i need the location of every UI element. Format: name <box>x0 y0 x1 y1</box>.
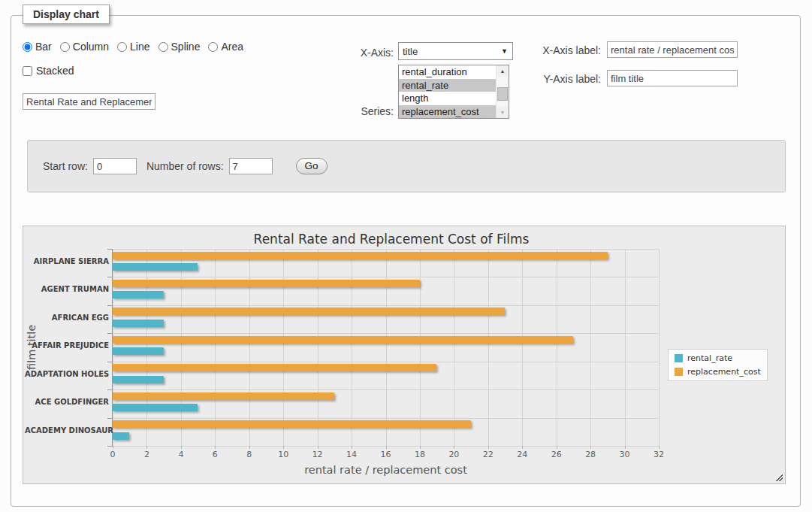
x-tick-label: 4 <box>170 450 192 459</box>
chart-type-option-line[interactable]: Line <box>117 41 149 53</box>
legend-label: replacement_cost <box>687 367 761 377</box>
chart-type-option-column[interactable]: Column <box>60 41 109 53</box>
x-axis-select[interactable]: title ▼ <box>398 42 513 60</box>
bar-replacement_cost <box>113 336 573 344</box>
gridline-vertical <box>590 249 591 446</box>
gridline-vertical <box>625 249 626 446</box>
chart-type-radios: BarColumnLineSplineArea <box>23 41 243 53</box>
bar-rental_rate <box>113 320 164 327</box>
bar-rental_rate <box>113 347 164 355</box>
listbox-scrollbar[interactable]: ▲ ▼ <box>496 65 509 118</box>
x-tick-label: 20 <box>442 450 465 459</box>
series-listbox-label: Series: <box>335 105 394 117</box>
legend-swatch-rental_rate <box>675 354 683 362</box>
gridline-vertical <box>181 249 182 446</box>
x-tick-mark <box>488 446 489 449</box>
gridline-horizontal <box>113 389 659 390</box>
x-axis-label-input[interactable] <box>607 41 738 58</box>
chart-type-radio-line[interactable] <box>117 42 127 52</box>
y-tick-mark <box>107 333 113 334</box>
x-tick-mark <box>625 446 626 449</box>
x-tick-label: 14 <box>340 450 363 459</box>
chart-type-radio-column[interactable] <box>60 42 70 52</box>
chart-legend: rental_ratereplacement_cost <box>668 349 768 381</box>
chart-title-input[interactable] <box>23 93 155 110</box>
x-tick-mark <box>590 446 591 449</box>
x-tick-mark <box>215 446 216 449</box>
start-row-input[interactable] <box>93 158 137 174</box>
x-axis-label-label: X-Axis label: <box>533 44 601 56</box>
bar-replacement_cost <box>113 364 436 371</box>
gridline-vertical <box>318 249 318 446</box>
scrollbar-thumb[interactable] <box>497 87 508 101</box>
x-tick-label: 16 <box>375 450 397 459</box>
x-axis-title: rental rate / replacement cost <box>113 464 659 476</box>
gridline-vertical <box>522 249 523 446</box>
x-tick-label: 18 <box>409 450 431 459</box>
y-tick-mark <box>107 446 113 447</box>
category-label: AFFAIR PREJUDICE <box>25 342 109 350</box>
gridline-horizontal <box>113 277 659 277</box>
x-axis-select-label: X-Axis: <box>335 47 394 59</box>
gridline-horizontal <box>113 249 659 250</box>
stacked-label: Stacked <box>36 65 74 77</box>
stacked-checkbox-input[interactable] <box>23 66 32 76</box>
y-tick-mark <box>107 249 113 250</box>
legend-item-rental_rate[interactable]: rental_rate <box>675 353 761 363</box>
chart-type-option-area[interactable]: Area <box>208 41 243 53</box>
y-tick-mark <box>107 277 113 277</box>
x-tick-mark <box>181 446 182 449</box>
series-option-rental_duration[interactable]: rental_duration <box>399 65 496 79</box>
series-option-rental_rate[interactable]: rental_rate <box>399 79 496 92</box>
x-tick-mark <box>659 446 660 449</box>
legend-item-replacement_cost[interactable]: replacement_cost <box>675 367 761 377</box>
bar-rental_rate <box>113 404 198 411</box>
chart-type-radio-spline[interactable] <box>158 42 168 52</box>
x-tick-mark <box>283 446 284 449</box>
category-label: AGENT TRUMAN <box>25 286 109 293</box>
series-option-length[interactable]: length <box>399 92 496 105</box>
gridline-horizontal <box>113 362 659 362</box>
x-tick-mark <box>249 446 250 449</box>
go-button[interactable]: Go <box>296 158 328 174</box>
gridline-vertical <box>420 249 421 446</box>
gridline-vertical <box>215 249 216 446</box>
stacked-row[interactable]: Stacked <box>23 65 74 77</box>
bar-rental_rate <box>113 263 198 271</box>
series-option-replacement_cost[interactable]: replacement_cost <box>399 105 496 119</box>
fieldset-legend: Display chart <box>23 5 110 24</box>
y-axis-label-input[interactable] <box>607 70 738 86</box>
x-tick-label: 28 <box>579 450 602 459</box>
gridline-vertical <box>249 249 250 446</box>
chart-type-option-bar[interactable]: Bar <box>23 41 52 53</box>
x-tick-label: 2 <box>135 450 158 459</box>
x-tick-mark <box>113 446 113 449</box>
category-label: AIRPLANE SIERRA <box>25 258 109 265</box>
gridline-vertical <box>488 249 489 446</box>
category-label: ACADEMY DINOSAUR <box>25 427 109 435</box>
series-listbox[interactable]: rental_durationrental_ratelengthreplacem… <box>398 65 509 119</box>
scroll-down-icon[interactable]: ▼ <box>497 107 509 118</box>
x-tick-label: 8 <box>238 450 261 459</box>
category-label: ADAPTATION HOLES <box>25 371 109 378</box>
x-tick-label: 10 <box>272 450 294 459</box>
chart-type-option-spline[interactable]: Spline <box>158 41 201 53</box>
chart-type-radio-area[interactable] <box>208 42 218 52</box>
category-label: ACE GOLDFINGER <box>25 398 109 406</box>
scroll-up-icon[interactable]: ▲ <box>497 65 509 77</box>
bar-replacement_cost <box>113 420 471 428</box>
resize-handle-icon[interactable] <box>774 473 783 481</box>
chart-type-radio-bar[interactable] <box>23 42 32 52</box>
x-tick-label: 0 <box>101 450 124 459</box>
gridline-horizontal <box>113 418 659 419</box>
gridline-vertical <box>454 249 454 446</box>
x-tick-label: 30 <box>614 450 636 459</box>
x-tick-mark <box>454 446 454 449</box>
bar-replacement_cost <box>113 252 608 259</box>
number-of-rows-input[interactable] <box>229 158 273 174</box>
bar-replacement_cost <box>113 392 334 400</box>
x-tick-mark <box>318 446 318 449</box>
x-tick-label: 26 <box>545 450 568 459</box>
number-of-rows-label: Number of rows: <box>146 160 224 172</box>
y-tick-mark <box>107 305 113 306</box>
